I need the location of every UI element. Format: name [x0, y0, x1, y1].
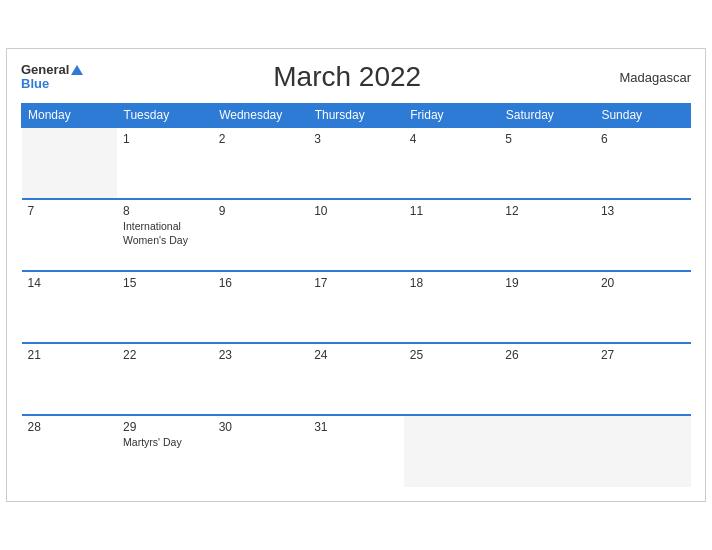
calendar-day-cell: 5: [499, 127, 595, 199]
calendar-day-cell: 3: [308, 127, 404, 199]
day-number: 22: [123, 348, 207, 362]
calendar-day-cell: 18: [404, 271, 500, 343]
calendar-title: March 2022: [83, 61, 611, 93]
day-number: 20: [601, 276, 685, 290]
calendar-day-cell: 24: [308, 343, 404, 415]
day-number: 15: [123, 276, 207, 290]
day-number: 5: [505, 132, 589, 146]
day-number: 3: [314, 132, 398, 146]
calendar-day-cell: 26: [499, 343, 595, 415]
weekday-header: Sunday: [595, 104, 691, 128]
calendar-day-cell: 23: [213, 343, 309, 415]
day-number: 31: [314, 420, 398, 434]
day-number: 23: [219, 348, 303, 362]
day-number: 18: [410, 276, 494, 290]
weekday-header-row: MondayTuesdayWednesdayThursdayFridaySatu…: [22, 104, 691, 128]
day-number: 28: [28, 420, 112, 434]
calendar-day-cell: 12: [499, 199, 595, 271]
calendar-day-cell: [499, 415, 595, 487]
calendar-day-cell: [404, 415, 500, 487]
day-number: 4: [410, 132, 494, 146]
holiday-name: International Women's Day: [123, 220, 207, 247]
calendar-day-cell: 8International Women's Day: [117, 199, 213, 271]
calendar: General Blue March 2022 Madagascar Monda…: [6, 48, 706, 502]
calendar-day-cell: 14: [22, 271, 118, 343]
logo-blue-text: Blue: [21, 77, 83, 91]
holiday-name: Martyrs' Day: [123, 436, 207, 450]
calendar-day-cell: 16: [213, 271, 309, 343]
day-number: 19: [505, 276, 589, 290]
calendar-day-cell: 28: [22, 415, 118, 487]
weekday-header: Friday: [404, 104, 500, 128]
calendar-header: General Blue March 2022 Madagascar: [21, 61, 691, 93]
weekday-header: Monday: [22, 104, 118, 128]
weekday-header: Tuesday: [117, 104, 213, 128]
day-number: 26: [505, 348, 589, 362]
day-number: 13: [601, 204, 685, 218]
calendar-day-cell: 30: [213, 415, 309, 487]
calendar-day-cell: 11: [404, 199, 500, 271]
day-number: 17: [314, 276, 398, 290]
calendar-day-cell: 1: [117, 127, 213, 199]
calendar-day-cell: 31: [308, 415, 404, 487]
day-number: 14: [28, 276, 112, 290]
day-number: 24: [314, 348, 398, 362]
weekday-header: Saturday: [499, 104, 595, 128]
calendar-day-cell: 22: [117, 343, 213, 415]
calendar-day-cell: 27: [595, 343, 691, 415]
day-number: 9: [219, 204, 303, 218]
calendar-country: Madagascar: [611, 70, 691, 85]
calendar-week-row: 21222324252627: [22, 343, 691, 415]
calendar-day-cell: 21: [22, 343, 118, 415]
weekday-header: Wednesday: [213, 104, 309, 128]
calendar-day-cell: 4: [404, 127, 500, 199]
day-number: 11: [410, 204, 494, 218]
calendar-day-cell: 7: [22, 199, 118, 271]
day-number: 1: [123, 132, 207, 146]
calendar-day-cell: 13: [595, 199, 691, 271]
day-number: 2: [219, 132, 303, 146]
calendar-day-cell: 15: [117, 271, 213, 343]
weekday-header: Thursday: [308, 104, 404, 128]
day-number: 6: [601, 132, 685, 146]
day-number: 27: [601, 348, 685, 362]
day-number: 16: [219, 276, 303, 290]
calendar-day-cell: 6: [595, 127, 691, 199]
calendar-day-cell: [22, 127, 118, 199]
day-number: 25: [410, 348, 494, 362]
logo-triangle-icon: [71, 65, 83, 75]
day-number: 29: [123, 420, 207, 434]
day-number: 8: [123, 204, 207, 218]
calendar-grid: MondayTuesdayWednesdayThursdayFridaySatu…: [21, 103, 691, 487]
day-number: 7: [28, 204, 112, 218]
day-number: 30: [219, 420, 303, 434]
calendar-day-cell: 29Martyrs' Day: [117, 415, 213, 487]
calendar-day-cell: 20: [595, 271, 691, 343]
logo-general-text: General: [21, 63, 69, 77]
logo: General Blue: [21, 63, 83, 92]
calendar-day-cell: 25: [404, 343, 500, 415]
calendar-week-row: 2829Martyrs' Day3031: [22, 415, 691, 487]
calendar-week-row: 78International Women's Day910111213: [22, 199, 691, 271]
calendar-day-cell: 17: [308, 271, 404, 343]
calendar-day-cell: 9: [213, 199, 309, 271]
calendar-day-cell: [595, 415, 691, 487]
day-number: 10: [314, 204, 398, 218]
calendar-week-row: 123456: [22, 127, 691, 199]
calendar-week-row: 14151617181920: [22, 271, 691, 343]
calendar-day-cell: 10: [308, 199, 404, 271]
calendar-day-cell: 2: [213, 127, 309, 199]
day-number: 21: [28, 348, 112, 362]
day-number: 12: [505, 204, 589, 218]
calendar-day-cell: 19: [499, 271, 595, 343]
